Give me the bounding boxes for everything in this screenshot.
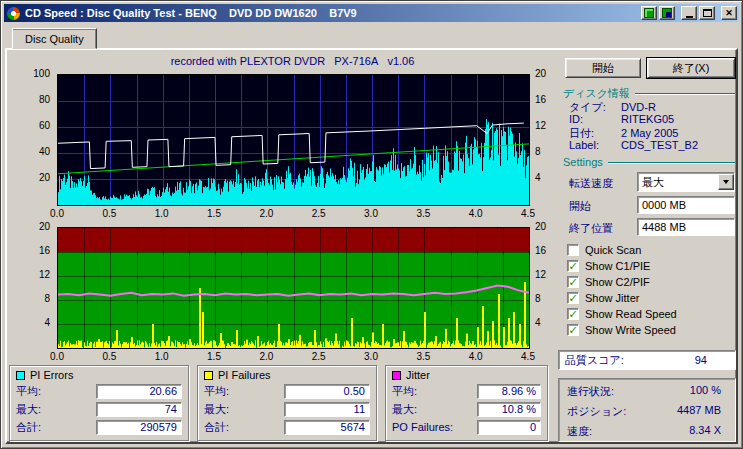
axis-tick-label: 16 [535, 246, 546, 256]
start-button[interactable]: 開始 [565, 58, 641, 78]
settings-header: Settings [563, 156, 735, 168]
axis-tick-label: 12 [535, 270, 546, 280]
axis-tick-label: 40 [39, 147, 50, 157]
axis-tick-label: 8 [535, 147, 541, 157]
axis-tick-label: 8 [535, 294, 541, 304]
checkbox-show-read-speed[interactable]: ✓Show Read Speed [567, 307, 677, 321]
axis-tick-label: 12 [39, 270, 50, 280]
stat-value: 290579 [96, 420, 182, 435]
stat-value: 74 [96, 402, 182, 417]
close-icon: ✕ [725, 9, 733, 18]
axis-tick-label: 20 [39, 222, 50, 232]
stat-value: 5674 [284, 420, 370, 435]
top-chart-left-axis: 20406080100 [25, 74, 53, 204]
jitter-stats-box: Jitter 平均:8.96 % 最大:10.8 % PO Failures:0 [385, 365, 548, 441]
titlebar[interactable]: CD Speed : Disc Quality Test - BENQ DVD … [4, 4, 739, 22]
axis-tick-label: 4.0 [469, 351, 483, 362]
bottom-chart-left-axis: 48121620 [25, 227, 53, 347]
stat-value: 11 [284, 402, 370, 417]
pi-errors-stats-title: PI Errors [10, 368, 188, 382]
titlebar-tool-button-2[interactable] [659, 6, 675, 20]
speed-select[interactable]: 最大 [637, 172, 735, 192]
checkbox-show-write-speed[interactable]: ✓Show Write Speed [567, 323, 676, 337]
stat-value: 0.50 [284, 384, 370, 399]
bottom-chart-right-axis: 48121620 [532, 227, 560, 347]
titlebar-tool-button-1[interactable] [641, 6, 657, 20]
jitter-stats-title: Jitter [386, 368, 547, 382]
show-c2-pif-checkbox[interactable]: ✓ [567, 276, 579, 288]
green-disc-icon [644, 8, 654, 18]
position-row: ポジション:4487 MB [567, 404, 721, 419]
maximize-icon [703, 9, 712, 17]
checkbox-quick-scan[interactable]: Quick Scan [567, 243, 641, 257]
stat-label: 平均: [392, 384, 477, 399]
axis-tick-label: 0.5 [102, 208, 116, 219]
axis-tick-label: 20 [39, 173, 50, 183]
exit-button[interactable]: 終了(X) [647, 58, 735, 78]
axis-tick-label: 0.0 [50, 351, 64, 362]
quality-score-value: 94 [695, 354, 729, 366]
stat-label: 最大: [392, 402, 477, 417]
axis-tick-label: 0.5 [102, 351, 116, 362]
minimize-button[interactable] [681, 6, 697, 20]
cd-speed-app-icon [7, 7, 20, 20]
axis-tick-label: 1.5 [207, 208, 221, 219]
dropdown-arrow-button[interactable] [718, 174, 734, 190]
show-jitter-checkbox[interactable]: ✓ [567, 292, 579, 304]
bottom-chart-x-axis: 0.00.51.01.52.02.53.03.54.04.5 [57, 351, 528, 363]
axis-tick-label: 4.0 [469, 208, 483, 219]
position-value: 4487 MB [677, 404, 721, 419]
pi-errors-chart [57, 74, 530, 206]
disc-label-row: Label:CDS_TEST_B2 [569, 139, 698, 151]
pi-errors-stats-box: PI Errors 平均:20.66 最大:74 合計:290579 [9, 365, 189, 441]
recorded-with-text: recorded with PLEXTOR DVDR PX-716A v1.06 [57, 55, 528, 67]
checkbox-show-jitter[interactable]: ✓Show Jitter [567, 291, 639, 305]
axis-tick-label: 16 [535, 95, 546, 105]
disc-id-row: ID:RITEKG05 [569, 113, 674, 125]
speed-row: 速度:8.34 X [567, 424, 721, 439]
axis-tick-label: 4 [535, 318, 541, 328]
quick-scan-checkbox[interactable] [567, 244, 579, 256]
pi-failures-swatch [204, 371, 213, 380]
checkbox-show-c1-pie[interactable]: ✓Show C1/PIE [567, 259, 650, 273]
speed-label: 転送速度 [569, 176, 613, 191]
tab-disc-quality[interactable]: Disc Quality [12, 28, 97, 49]
maximize-button[interactable] [699, 6, 715, 20]
disc-quality-panel: recorded with PLEXTOR DVDR PX-716A v1.06… [5, 48, 738, 444]
axis-tick-label: 12 [535, 121, 546, 131]
progress-row: 進行状況:100 % [567, 384, 721, 399]
axis-tick-label: 2.5 [312, 208, 326, 219]
axis-tick-label: 100 [33, 69, 50, 79]
axis-tick-label: 4.5 [521, 351, 535, 362]
quality-score-box: 品質スコア: 94 [558, 350, 736, 370]
checkbox-show-c2-pif[interactable]: ✓Show C2/PIF [567, 275, 650, 289]
jitter-swatch [392, 371, 401, 380]
axis-tick-label: 16 [39, 246, 50, 256]
end-position-label: 終了位置 [569, 221, 613, 236]
axis-tick-label: 0.0 [50, 208, 64, 219]
axis-tick-label: 4.5 [521, 208, 535, 219]
stat-label: 最大: [204, 402, 284, 417]
stat-value: 20.66 [96, 384, 182, 399]
stat-label: 平均: [204, 384, 284, 399]
section-divider [608, 162, 735, 163]
axis-tick-label: 2.0 [259, 208, 273, 219]
top-chart-x-axis: 0.00.51.01.52.02.53.03.54.04.5 [57, 208, 528, 220]
show-write-speed-checkbox[interactable]: ✓ [567, 324, 579, 336]
axis-tick-label: 20 [535, 222, 546, 232]
window-title: CD Speed : Disc Quality Test - BENQ DVD … [25, 7, 639, 19]
show-c1-pie-checkbox[interactable]: ✓ [567, 260, 579, 272]
start-position-label: 開始 [569, 199, 591, 214]
minimize-icon [686, 16, 693, 18]
close-button[interactable]: ✕ [721, 6, 737, 20]
end-position-field[interactable]: 4488 MB [637, 218, 735, 236]
axis-tick-label: 80 [39, 95, 50, 105]
axis-tick-label: 8 [44, 294, 50, 304]
axis-tick-label: 3.0 [364, 351, 378, 362]
section-divider [635, 93, 735, 94]
start-position-field[interactable]: 0000 MB [637, 196, 735, 214]
axis-tick-label: 1.0 [155, 351, 169, 362]
chevron-down-icon [723, 180, 729, 184]
show-read-speed-checkbox[interactable]: ✓ [567, 308, 579, 320]
axis-tick-label: 4 [535, 173, 541, 183]
